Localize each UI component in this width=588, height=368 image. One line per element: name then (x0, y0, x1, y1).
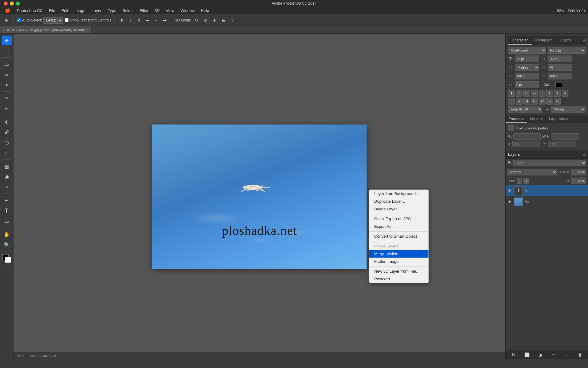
ctx-quick-export[interactable]: Quick Export as JPG (369, 215, 428, 223)
3d-slide[interactable]: ⊞ (220, 16, 228, 24)
tab-layer-comps[interactable]: Layer Comps (546, 115, 572, 123)
lock-transparent-btn[interactable]: ▪ (517, 178, 522, 184)
kerning-select[interactable]: Metrics Optical 0 (515, 64, 539, 71)
layer-visibility-text[interactable]: 👁 (507, 189, 512, 193)
panel-menu[interactable]: ≡ (583, 38, 586, 43)
tab-glyphs[interactable]: Glyphs (556, 36, 575, 45)
document-tab[interactable]: × © IMG_6617-Edit.jpg @ 25% (Background,… (0, 26, 92, 33)
tool-pen[interactable]: ✒ (2, 195, 12, 205)
new-group-btn[interactable]: ▭ (550, 351, 557, 358)
move-tool-option[interactable]: ✥ (2, 16, 10, 24)
align-top[interactable]: ⬆ (118, 16, 126, 24)
blend-mode-select[interactable]: Normal Dissolve Multiply Screen Overlay (507, 169, 557, 175)
tool-move[interactable]: ✥ (2, 36, 12, 45)
tool-zoom[interactable]: 🔍 (2, 240, 12, 250)
layer-item-text[interactable]: 👁 T pl... (506, 185, 588, 196)
canvas-image[interactable]: ploshadka.net (152, 125, 367, 269)
tab-libraries[interactable]: Libraries (527, 115, 546, 123)
new-layer-btn[interactable]: + (564, 351, 570, 358)
menu-3d[interactable]: 3D (152, 8, 162, 13)
3d-rotate[interactable]: ↻ (192, 16, 200, 24)
strikethrough-btn[interactable]: T (562, 90, 568, 97)
width-input[interactable] (513, 133, 541, 140)
font-family-select[interactable]: Chalkboard (508, 47, 546, 54)
tool-marquee[interactable]: ▭ (2, 59, 12, 69)
vertical-scale-input[interactable] (548, 73, 572, 79)
ctx-layer-from-background[interactable]: Layer from Background... (369, 190, 428, 197)
tracking-input[interactable] (548, 64, 572, 71)
italic-btn[interactable]: T (516, 90, 522, 97)
fractions-btn[interactable]: ½ (554, 98, 561, 105)
font-style-select[interactable]: Regular Bold (548, 47, 586, 54)
menu-view[interactable]: View (163, 8, 177, 13)
superscript-t[interactable]: T² (539, 98, 545, 105)
language-select[interactable]: English: UK English: US (508, 106, 542, 113)
text-color-swatch[interactable] (556, 82, 562, 87)
ctx-3d-layer[interactable]: New 3D Layer from File... (369, 267, 428, 275)
tool-shape[interactable]: ▭ (2, 216, 12, 226)
tool-blur[interactable]: ◉ (2, 172, 12, 182)
ligature-st[interactable]: st (523, 98, 530, 105)
menu-photoshop[interactable]: Photoshop CC (14, 8, 45, 13)
tool-artboard[interactable]: ⬚ (2, 46, 12, 56)
menu-image[interactable]: Image (72, 8, 88, 13)
baseline-input[interactable] (515, 81, 539, 88)
align-vcenter[interactable]: ↕ (126, 16, 134, 24)
tool-more[interactable]: ⋯ (2, 266, 12, 276)
font-size-input[interactable] (515, 56, 539, 62)
ligature-fi[interactable]: fi (508, 98, 515, 105)
align-bottom[interactable]: ⬇ (135, 16, 143, 24)
layer-fx-btn[interactable]: fx (510, 351, 517, 358)
tool-eyedrop[interactable]: ✏ (2, 104, 12, 113)
delete-layer-btn[interactable]: 🗑 (577, 351, 583, 358)
layer-item-background[interactable]: 👁 Ba... (506, 196, 588, 207)
menu-window[interactable]: Window (178, 8, 197, 13)
ligature-sigma[interactable]: σ (516, 98, 522, 105)
menu-edit[interactable]: Edit (59, 8, 71, 13)
tool-brush[interactable]: 🖌 (2, 127, 12, 137)
sub-btn[interactable]: T. (546, 90, 553, 97)
apple-menu[interactable]: 🍎 (2, 7, 13, 14)
fill-input[interactable] (571, 178, 586, 184)
background-color[interactable] (5, 257, 11, 263)
tool-lasso[interactable]: ⌀ (2, 70, 12, 79)
menu-filter[interactable]: Filter (137, 8, 151, 13)
x-input[interactable] (512, 141, 540, 147)
doc-tab-close-icon[interactable]: × (4, 28, 6, 32)
close-button[interactable] (4, 2, 8, 6)
opacity-input[interactable] (571, 169, 586, 175)
tab-character[interactable]: Character (508, 36, 532, 45)
super-btn[interactable]: T (539, 90, 545, 97)
auto-select-checkbox[interactable] (17, 18, 21, 22)
tool-stamp[interactable]: ⬡ (2, 138, 12, 148)
tool-dodge[interactable]: ○ (2, 182, 12, 192)
ctx-smart-object[interactable]: Convert to Smart Object (369, 232, 428, 240)
tool-crop[interactable]: ⌗ (2, 93, 12, 103)
tool-text[interactable]: T (2, 206, 12, 216)
bold-btn[interactable]: T (508, 90, 515, 97)
smallcaps-btn[interactable]: T+ (531, 90, 538, 97)
ctx-duplicate-layer[interactable]: Duplicate Layer... (369, 197, 428, 205)
ligature-aa[interactable]: Aα (531, 98, 538, 105)
new-adjustment-btn[interactable]: ◑ (537, 351, 544, 358)
horizontal-scale-input[interactable] (515, 73, 539, 79)
menu-help[interactable]: Help (198, 8, 212, 13)
lock-image-btn[interactable]: 🖌 (523, 178, 529, 184)
menu-file[interactable]: File (47, 8, 58, 13)
ctx-delete-layer[interactable]: Delete Layer (369, 205, 428, 213)
minimize-button[interactable] (10, 2, 14, 6)
menu-select[interactable]: Select (120, 8, 136, 13)
underline-btn[interactable]: T (554, 90, 561, 97)
maximize-button[interactable] (16, 2, 20, 6)
tab-properties[interactable]: Properties (506, 115, 527, 123)
3d-pan[interactable]: ✛ (211, 16, 219, 24)
tool-wand[interactable]: ⁕ (2, 80, 12, 90)
tool-hand[interactable]: ✋ (2, 229, 12, 239)
3d-scale[interactable]: ⤢ (229, 16, 237, 24)
ctx-flatten-image[interactable]: Flatten Image (369, 258, 428, 265)
antialiasing-select[interactable]: Strong Smooth Crisp Sharp None (551, 106, 586, 113)
tool-heal[interactable]: ⊕ (2, 117, 12, 127)
ctx-merge-visible[interactable]: Merge Visible (369, 250, 428, 258)
subscript-t[interactable]: T₁ (546, 98, 553, 105)
tool-eraser[interactable]: ◻ (2, 148, 12, 158)
